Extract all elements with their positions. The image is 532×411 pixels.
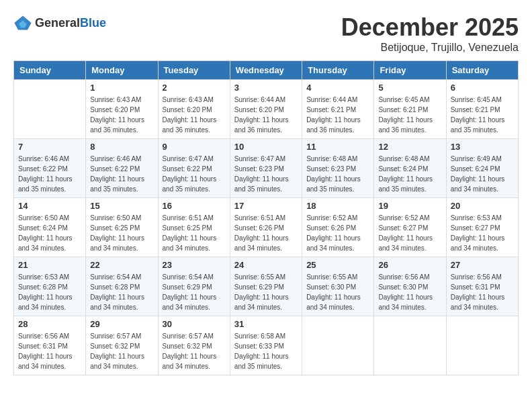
- day-number: 29: [90, 319, 153, 329]
- day-number: 11: [306, 142, 369, 152]
- calendar-cell: 10Sunrise: 6:47 AMSunset: 6:23 PMDayligh…: [230, 139, 302, 198]
- column-header-friday: Friday: [374, 61, 446, 80]
- day-number: 16: [163, 201, 226, 211]
- day-info: Sunrise: 6:47 AMSunset: 6:22 PMDaylight:…: [163, 154, 226, 194]
- calendar-cell: 13Sunrise: 6:49 AMSunset: 6:24 PMDayligh…: [446, 139, 518, 198]
- day-number: 13: [451, 142, 514, 152]
- column-header-saturday: Saturday: [446, 61, 518, 80]
- day-info: Sunrise: 6:54 AMSunset: 6:29 PMDaylight:…: [163, 272, 226, 312]
- day-info: Sunrise: 6:55 AMSunset: 6:29 PMDaylight:…: [234, 272, 298, 312]
- day-number: 9: [163, 142, 226, 152]
- day-info: Sunrise: 6:47 AMSunset: 6:23 PMDaylight:…: [234, 154, 298, 194]
- day-info: Sunrise: 6:43 AMSunset: 6:20 PMDaylight:…: [90, 95, 153, 135]
- day-info: Sunrise: 6:55 AMSunset: 6:30 PMDaylight:…: [306, 272, 369, 312]
- calendar-cell: 19Sunrise: 6:52 AMSunset: 6:27 PMDayligh…: [374, 198, 446, 257]
- logo-blue: Blue: [80, 16, 106, 30]
- column-header-sunday: Sunday: [14, 61, 86, 80]
- day-info: Sunrise: 6:52 AMSunset: 6:26 PMDaylight:…: [306, 213, 369, 253]
- day-number: 26: [378, 260, 441, 270]
- column-header-wednesday: Wednesday: [230, 61, 302, 80]
- calendar-cell: 21Sunrise: 6:53 AMSunset: 6:28 PMDayligh…: [14, 257, 86, 316]
- day-number: 22: [90, 260, 153, 270]
- calendar-cell: 4Sunrise: 6:44 AMSunset: 6:21 PMDaylight…: [302, 80, 374, 139]
- calendar-cell: 2Sunrise: 6:43 AMSunset: 6:20 PMDaylight…: [158, 80, 230, 139]
- location-subtitle: Betijoque, Trujillo, Venezuela: [341, 42, 519, 54]
- day-number: 23: [163, 260, 226, 270]
- calendar-cell: 14Sunrise: 6:50 AMSunset: 6:24 PMDayligh…: [14, 198, 86, 257]
- day-number: 3: [234, 83, 298, 93]
- day-info: Sunrise: 6:51 AMSunset: 6:25 PMDaylight:…: [163, 213, 226, 253]
- logo-icon: [13, 13, 32, 32]
- calendar-table: SundayMondayTuesdayWednesdayThursdayFrid…: [13, 60, 519, 375]
- day-info: Sunrise: 6:52 AMSunset: 6:27 PMDaylight:…: [378, 213, 441, 253]
- day-info: Sunrise: 6:57 AMSunset: 6:32 PMDaylight:…: [90, 331, 153, 371]
- calendar-cell: 26Sunrise: 6:56 AMSunset: 6:30 PMDayligh…: [374, 257, 446, 316]
- column-header-monday: Monday: [86, 61, 158, 80]
- day-number: 2: [163, 83, 226, 93]
- calendar-cell: 30Sunrise: 6:57 AMSunset: 6:32 PMDayligh…: [158, 316, 230, 375]
- calendar-cell: [374, 316, 446, 375]
- column-header-thursday: Thursday: [302, 61, 374, 80]
- day-info: Sunrise: 6:49 AMSunset: 6:24 PMDaylight:…: [451, 154, 514, 194]
- calendar-week-row: 14Sunrise: 6:50 AMSunset: 6:24 PMDayligh…: [14, 198, 519, 257]
- day-number: 14: [18, 201, 81, 211]
- page-header: GeneralBlue December 2025 Betijoque, Tru…: [13, 13, 519, 54]
- calendar-cell: 17Sunrise: 6:51 AMSunset: 6:26 PMDayligh…: [230, 198, 302, 257]
- day-info: Sunrise: 6:50 AMSunset: 6:24 PMDaylight:…: [18, 213, 81, 253]
- calendar-cell: 6Sunrise: 6:45 AMSunset: 6:21 PMDaylight…: [446, 80, 518, 139]
- day-info: Sunrise: 6:44 AMSunset: 6:20 PMDaylight:…: [234, 95, 298, 135]
- day-info: Sunrise: 6:48 AMSunset: 6:24 PMDaylight:…: [378, 154, 441, 194]
- day-info: Sunrise: 6:50 AMSunset: 6:25 PMDaylight:…: [90, 213, 153, 253]
- day-info: Sunrise: 6:43 AMSunset: 6:20 PMDaylight:…: [163, 95, 226, 135]
- calendar-header-row: SundayMondayTuesdayWednesdayThursdayFrid…: [14, 61, 519, 80]
- day-number: 24: [234, 260, 298, 270]
- calendar-cell: 5Sunrise: 6:45 AMSunset: 6:21 PMDaylight…: [374, 80, 446, 139]
- title-block: December 2025 Betijoque, Trujillo, Venez…: [341, 13, 519, 54]
- calendar-week-row: 21Sunrise: 6:53 AMSunset: 6:28 PMDayligh…: [14, 257, 519, 316]
- day-info: Sunrise: 6:45 AMSunset: 6:21 PMDaylight:…: [451, 95, 514, 135]
- day-number: 25: [306, 260, 369, 270]
- calendar-cell: 23Sunrise: 6:54 AMSunset: 6:29 PMDayligh…: [158, 257, 230, 316]
- logo-general: General: [35, 16, 80, 30]
- day-info: Sunrise: 6:48 AMSunset: 6:23 PMDaylight:…: [306, 154, 369, 194]
- day-number: 30: [163, 319, 226, 329]
- calendar-cell: 22Sunrise: 6:54 AMSunset: 6:28 PMDayligh…: [86, 257, 158, 316]
- logo-text: GeneralBlue: [35, 16, 106, 30]
- day-number: 27: [451, 260, 514, 270]
- calendar-cell: [302, 316, 374, 375]
- day-number: 1: [90, 83, 153, 93]
- day-number: 7: [18, 142, 81, 152]
- day-info: Sunrise: 6:51 AMSunset: 6:26 PMDaylight:…: [234, 213, 298, 253]
- day-number: 12: [378, 142, 441, 152]
- day-number: 31: [234, 319, 298, 329]
- day-info: Sunrise: 6:54 AMSunset: 6:28 PMDaylight:…: [90, 272, 153, 312]
- day-number: 5: [378, 83, 441, 93]
- day-number: 6: [451, 83, 514, 93]
- calendar-cell: 11Sunrise: 6:48 AMSunset: 6:23 PMDayligh…: [302, 139, 374, 198]
- calendar-cell: 9Sunrise: 6:47 AMSunset: 6:22 PMDaylight…: [158, 139, 230, 198]
- day-number: 10: [234, 142, 298, 152]
- calendar-cell: 7Sunrise: 6:46 AMSunset: 6:22 PMDaylight…: [14, 139, 86, 198]
- day-info: Sunrise: 6:46 AMSunset: 6:22 PMDaylight:…: [90, 154, 153, 194]
- day-info: Sunrise: 6:56 AMSunset: 6:31 PMDaylight:…: [18, 331, 81, 371]
- day-info: Sunrise: 6:58 AMSunset: 6:33 PMDaylight:…: [234, 331, 298, 371]
- day-info: Sunrise: 6:44 AMSunset: 6:21 PMDaylight:…: [306, 95, 369, 135]
- day-info: Sunrise: 6:53 AMSunset: 6:28 PMDaylight:…: [18, 272, 81, 312]
- day-number: 20: [451, 201, 514, 211]
- calendar-cell: 12Sunrise: 6:48 AMSunset: 6:24 PMDayligh…: [374, 139, 446, 198]
- day-number: 17: [234, 201, 298, 211]
- calendar-cell: 18Sunrise: 6:52 AMSunset: 6:26 PMDayligh…: [302, 198, 374, 257]
- day-number: 18: [306, 201, 369, 211]
- day-info: Sunrise: 6:46 AMSunset: 6:22 PMDaylight:…: [18, 154, 81, 194]
- calendar-cell: 3Sunrise: 6:44 AMSunset: 6:20 PMDaylight…: [230, 80, 302, 139]
- day-number: 21: [18, 260, 81, 270]
- column-header-tuesday: Tuesday: [158, 61, 230, 80]
- calendar-cell: 28Sunrise: 6:56 AMSunset: 6:31 PMDayligh…: [14, 316, 86, 375]
- calendar-week-row: 1Sunrise: 6:43 AMSunset: 6:20 PMDaylight…: [14, 80, 519, 139]
- calendar-cell: 1Sunrise: 6:43 AMSunset: 6:20 PMDaylight…: [86, 80, 158, 139]
- calendar-cell: 27Sunrise: 6:56 AMSunset: 6:31 PMDayligh…: [446, 257, 518, 316]
- calendar-week-row: 7Sunrise: 6:46 AMSunset: 6:22 PMDaylight…: [14, 139, 519, 198]
- calendar-cell: 29Sunrise: 6:57 AMSunset: 6:32 PMDayligh…: [86, 316, 158, 375]
- day-number: 8: [90, 142, 153, 152]
- month-year-title: December 2025: [341, 13, 519, 42]
